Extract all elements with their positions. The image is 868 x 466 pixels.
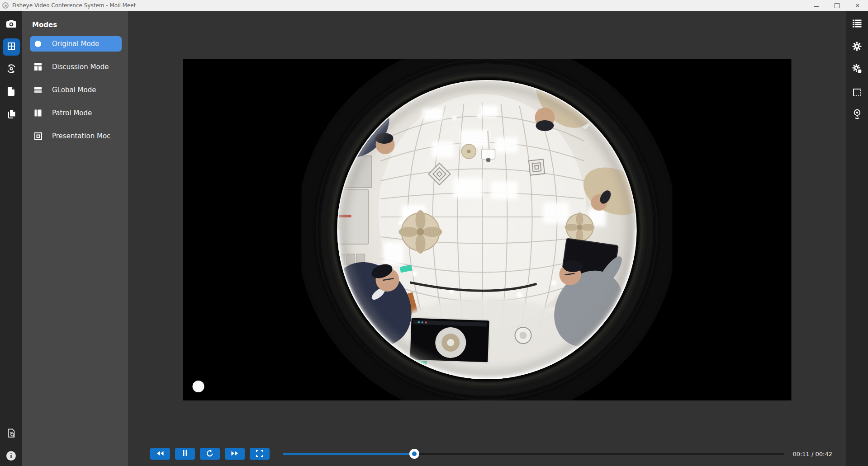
fast-forward-button[interactable] [225,448,245,460]
mode-item-label: Discussion Mode [52,63,109,71]
rewind-icon [156,451,164,457]
playback-controls: 00:11 / 00:42 [128,447,846,460]
rail-item-list[interactable] [846,13,868,36]
mode-item-original[interactable]: Original Mode [30,36,122,52]
mode-item-label: Patrol Mode [52,109,92,117]
fullscreen-button[interactable] [250,448,270,460]
video-view[interactable] [183,59,791,400]
list-icon [853,19,862,29]
plugins-gear-icon [852,64,862,75]
document-search-icon [7,428,16,440]
seek-slider[interactable] [283,453,784,455]
fisheye-video-frame [302,59,673,400]
info-icon: i [6,451,16,461]
modes-panel-title: Modes [32,21,128,28]
modes-panel: Modes Original Mode Discussion Mode GLob… [22,11,128,466]
replay-icon [206,450,213,458]
rail-item-camera[interactable] [0,13,22,36]
minimize-icon [814,6,819,7]
right-rail [846,11,868,466]
mode-item-label: GLobal Mode [52,86,96,94]
split-layout-icon [34,63,42,71]
mode-item-global[interactable]: GLobal Mode [30,82,122,98]
restore-icon [835,3,840,8]
gear-icon [852,42,862,53]
left-rail: i [0,11,22,466]
rail-item-plugins[interactable] [846,58,868,81]
minimize-button[interactable] [806,0,826,11]
status-dot [192,381,204,392]
copy-pages-icon [7,109,16,121]
pause-button[interactable] [175,448,195,460]
rewind-button[interactable] [150,448,170,460]
rail-item-webcam[interactable] [846,104,868,126]
rail-item-info[interactable]: i [0,445,22,466]
main-stage: 00:11 / 00:42 [128,11,846,466]
window-title: Fisheye Video Conference System - Moil M… [12,2,136,9]
webcam-icon [853,109,862,121]
progress-thumb[interactable] [409,449,419,459]
rail-item-doc-search[interactable] [0,423,22,445]
camera-icon [6,19,16,30]
app-logo-icon [2,2,9,9]
rail-item-settings[interactable] [846,36,868,58]
two-bars-icon [34,86,42,94]
close-button[interactable]: ✕ [847,0,868,11]
titlebar: Fisheye Video Conference System - Moil M… [0,0,868,11]
fast-forward-icon [231,451,239,457]
replay-button[interactable] [200,448,220,460]
mode-item-presentation[interactable]: Presentation Moc [30,128,122,144]
sync-icon [6,64,16,75]
rail-item-modes[interactable] [0,36,22,58]
mode-item-label: Presentation Moc [52,132,110,140]
rail-item-sync[interactable] [0,58,22,81]
file-icon [7,87,15,98]
rail-item-copy[interactable] [0,104,22,126]
nested-square-icon [34,132,42,140]
restore-button[interactable] [826,0,847,11]
app-window: Fisheye Video Conference System - Moil M… [0,0,868,466]
close-icon: ✕ [855,3,860,9]
rail-item-selection[interactable] [846,81,868,104]
filled-circle-icon [34,40,42,48]
selection-marquee-icon [853,89,861,96]
fullscreen-icon [256,450,263,458]
time-display: 00:11 / 00:42 [792,451,832,457]
pause-icon [183,450,187,457]
rail-item-file[interactable] [0,81,22,104]
mode-item-discussion[interactable]: Discussion Mode [30,59,122,75]
grid-icon [7,42,16,52]
side-panel-icon [34,109,42,117]
mode-item-label: Original Mode [52,40,99,48]
window-controls: ✕ [806,0,868,11]
progress-fill [283,453,414,455]
mode-item-patrol[interactable]: Patrol Mode [30,105,122,121]
